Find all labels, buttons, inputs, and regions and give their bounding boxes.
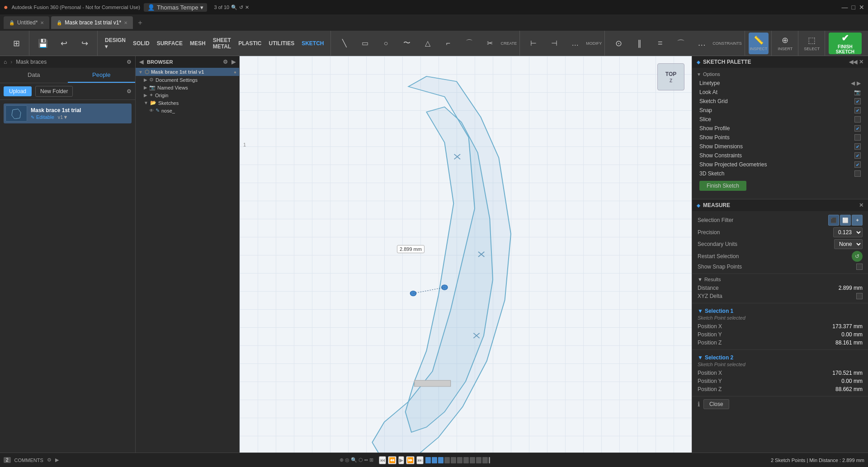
save-button[interactable]: 💾 bbox=[33, 33, 53, 54]
user-button[interactable]: 👤 Thomas Tempe ▾ bbox=[144, 3, 207, 12]
sketch-label[interactable]: SKETCH bbox=[298, 31, 327, 56]
equal-tool[interactable]: = bbox=[650, 33, 670, 54]
expand-arrow-sketches[interactable]: ▼ bbox=[144, 100, 148, 105]
solid-label[interactable]: SOLID bbox=[129, 31, 153, 56]
timeline-seg-7[interactable] bbox=[463, 457, 469, 463]
comments-collapse[interactable]: ▶ bbox=[55, 457, 59, 463]
measure-panel-header[interactable]: ◈ MEASURE ✕ bbox=[692, 199, 868, 211]
panel-ctrl-close[interactable]: ✕ bbox=[859, 59, 863, 65]
options-section-header[interactable]: ▼ Options bbox=[692, 70, 868, 79]
search-icon[interactable]: 🔍 bbox=[231, 5, 237, 10]
finish-sketch-button[interactable]: ✔ FINISH SKETCH bbox=[829, 33, 862, 54]
show-snap-points-checkbox[interactable] bbox=[856, 264, 863, 270]
comments-expand[interactable]: ⚙ bbox=[47, 457, 52, 463]
coincident-tool[interactable]: ⊙ bbox=[609, 33, 628, 54]
expand-arrow-named[interactable]: ▶ bbox=[144, 85, 147, 90]
rect-tool[interactable]: ▭ bbox=[355, 33, 375, 54]
browser-collapse-right[interactable]: ▶ bbox=[231, 59, 236, 65]
more-modify[interactable]: … bbox=[565, 33, 585, 54]
sketch-palette-header[interactable]: ◈ SKETCH PALETTE ◀◀ ✕ bbox=[692, 56, 868, 68]
inspect-btn[interactable]: 📏 INSPECT bbox=[749, 33, 769, 54]
close-icon[interactable]: ✕ bbox=[859, 4, 864, 11]
maximize-icon[interactable]: □ bbox=[852, 4, 855, 11]
filter-btn-3[interactable]: ✦ bbox=[852, 215, 863, 226]
design-label[interactable]: DESIGN ▾ bbox=[101, 31, 129, 56]
linetype-next[interactable]: ▶ bbox=[857, 80, 861, 86]
tab-mask[interactable]: 🔒 Mask brace 1st trial v1* ✕ bbox=[51, 16, 133, 29]
timeline-seg-2[interactable] bbox=[432, 457, 437, 463]
timeline-end[interactable]: ⏭ bbox=[416, 456, 424, 464]
results-title[interactable]: ▼ Results bbox=[698, 277, 863, 282]
tab-data[interactable]: Data bbox=[0, 68, 68, 83]
show-constraints-checkbox[interactable]: ✔ bbox=[854, 152, 861, 159]
more-constraint[interactable]: … bbox=[692, 33, 712, 54]
tab-untitled[interactable]: 🔒 Untitled* ✕ bbox=[4, 16, 49, 29]
close-panel-button[interactable]: Close bbox=[703, 399, 729, 409]
selection2-header[interactable]: ▼ Selection 2 bbox=[698, 354, 863, 361]
canvas-area[interactable]: 2.899 mm 1 TOP Z bbox=[240, 56, 692, 453]
mesh-label[interactable]: MESH bbox=[186, 31, 209, 56]
orbit-icon[interactable]: ◎ bbox=[345, 457, 349, 462]
timeline-seg-1[interactable] bbox=[425, 457, 431, 463]
secondary-units-select[interactable]: None bbox=[834, 239, 863, 249]
panel-ctrl-left[interactable]: ◀◀ bbox=[849, 59, 857, 65]
timeline-next[interactable]: ⏩ bbox=[406, 456, 415, 464]
selection1-header[interactable]: ▼ Selection 1 bbox=[698, 308, 863, 314]
filter-btn-2[interactable]: ⬜ bbox=[840, 215, 851, 226]
refresh-icon[interactable]: ↺ bbox=[239, 5, 243, 10]
browser-collapse-left[interactable]: ◀ bbox=[139, 59, 143, 65]
precision-select[interactable]: 0.123 bbox=[833, 227, 863, 237]
browser-item-sketches[interactable]: ▼ 📂 Sketches bbox=[136, 99, 239, 107]
line-tool[interactable]: ╲ bbox=[335, 33, 354, 54]
measure-panel-close[interactable]: ✕ bbox=[859, 202, 863, 208]
3d-sketch-checkbox[interactable] bbox=[854, 170, 861, 177]
show-points-checkbox[interactable] bbox=[854, 134, 861, 141]
collinear-tool[interactable]: ∥ bbox=[629, 33, 649, 54]
show-profile-checkbox[interactable]: ✔ bbox=[854, 125, 861, 132]
nav-close-icon[interactable]: ✕ bbox=[245, 5, 249, 10]
triangle-tool[interactable]: △ bbox=[418, 33, 438, 54]
browser-settings-icon[interactable]: ⚙ bbox=[223, 59, 228, 65]
timeline-seg-5[interactable] bbox=[451, 457, 456, 463]
grid-button[interactable]: ⊞ bbox=[6, 33, 26, 54]
restart-selection-button[interactable]: ↺ bbox=[852, 251, 863, 262]
timeline-start[interactable]: ⏮ bbox=[379, 456, 386, 464]
timeline-seg-8[interactable] bbox=[470, 457, 475, 463]
file-item[interactable]: Mask brace 1st trial ✎ Editable v1▼ bbox=[4, 104, 132, 123]
linetype-prev[interactable]: ◀ bbox=[851, 80, 855, 86]
browser-item-root[interactable]: ▼ ⬡ Mask brace 1st trial v1 ● bbox=[136, 68, 239, 76]
display-mode-icon[interactable]: ▪▪ bbox=[364, 457, 368, 462]
tab-close-mask[interactable]: ✕ bbox=[124, 20, 127, 25]
timeline-seg-3[interactable] bbox=[438, 457, 443, 463]
show-dimensions-checkbox[interactable]: ✔ bbox=[854, 143, 861, 150]
header-settings-icon[interactable]: ⚙ bbox=[127, 59, 132, 65]
l-shape-tool[interactable]: ⌐ bbox=[439, 33, 458, 54]
browser-item-nose[interactable]: 👁 ✎ nose_ bbox=[136, 107, 239, 114]
timeline-seg-4[interactable] bbox=[444, 457, 450, 463]
browser-item-origin[interactable]: ▶ ✦ Origin bbox=[136, 91, 239, 99]
spline-tool[interactable]: 〜 bbox=[397, 33, 417, 54]
timeline-seg-9[interactable] bbox=[476, 457, 481, 463]
select-btn[interactable]: ⬚ SELECT bbox=[802, 33, 822, 54]
circle-tool[interactable]: ○ bbox=[376, 33, 396, 54]
sketch-grid-checkbox[interactable]: ✔ bbox=[854, 98, 861, 104]
browser-item-named-views[interactable]: ▶ 📷 Named Views bbox=[136, 84, 239, 91]
offset-tool[interactable]: ⊢ bbox=[524, 33, 543, 54]
dimension-label[interactable]: 2.899 mm bbox=[397, 245, 425, 253]
sheet-metal-label[interactable]: SHEET METAL bbox=[209, 31, 235, 56]
record-icon[interactable]: ● bbox=[234, 70, 236, 75]
utilities-label[interactable]: UTILITIES bbox=[265, 31, 298, 56]
panel-settings-icon[interactable]: ⚙ bbox=[127, 88, 132, 94]
timeline-seg-10[interactable] bbox=[482, 457, 488, 463]
filter-btn-1[interactable]: ⬛ bbox=[828, 215, 839, 226]
view-cube-icon[interactable]: ⬡ bbox=[359, 457, 363, 462]
timeline-seg-6[interactable] bbox=[457, 457, 462, 463]
curve-tool[interactable]: ⌒ bbox=[459, 33, 479, 54]
plastic-label[interactable]: PLASTIC bbox=[235, 31, 265, 56]
grid-options-icon[interactable]: ⊞ bbox=[369, 457, 373, 462]
orientation-cube[interactable]: TOP Z bbox=[657, 63, 684, 90]
upload-button[interactable]: Upload bbox=[4, 86, 32, 96]
expand-arrow-root[interactable]: ▼ bbox=[138, 70, 143, 75]
tab-people[interactable]: People bbox=[68, 68, 136, 83]
tangent-tool[interactable]: ⌒ bbox=[671, 33, 691, 54]
